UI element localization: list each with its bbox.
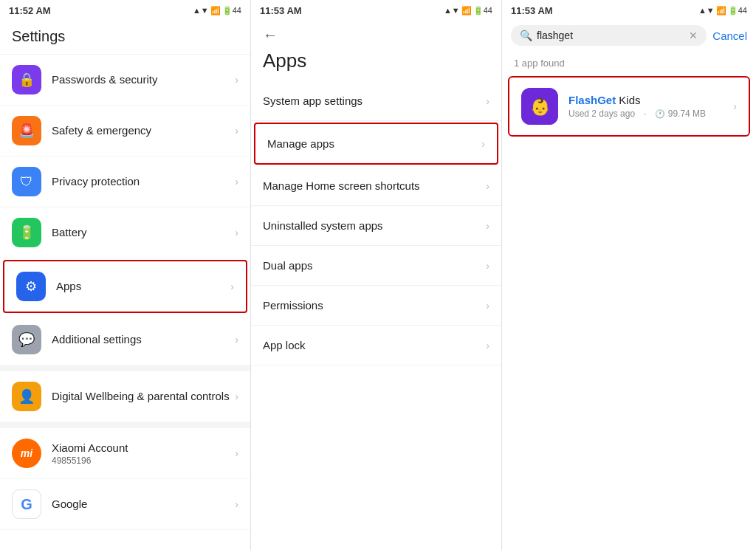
privacy-label: Privacy protection <box>52 174 235 189</box>
apps-panel: 11:53 AM ▲▼ 📶 🔋44 ← Apps System app sett… <box>251 0 502 550</box>
chevron-manage-apps: › <box>481 138 485 150</box>
chevron-battery: › <box>235 227 238 238</box>
privacy-icon: 🛡 <box>12 167 41 196</box>
chevron-additional: › <box>235 334 238 346</box>
app-size-meta: 🕐 99.74 MB <box>655 109 706 119</box>
sidebar-item-xiaomi[interactable]: mi Xiaomi Account 49855196 › <box>0 428 250 479</box>
status-icons-2: ▲▼ 📶 🔋44 <box>444 6 492 16</box>
search-clear-button[interactable]: ✕ <box>689 30 698 41</box>
sidebar-item-privacy[interactable]: 🛡 Privacy protection › <box>0 157 250 207</box>
app-result-card-flashget[interactable]: 👶 FlashGet Kids Used 2 days ago · 🕐 99.7… <box>508 76 750 137</box>
cancel-button[interactable]: Cancel <box>712 30 747 42</box>
sidebar-item-battery[interactable]: 🔋 Battery › <box>0 207 250 258</box>
status-bar-1: 11:52 AM ▲▼ 📶 🔋44 <box>0 0 250 21</box>
xiaomi-label: Xiaomi Account <box>52 441 235 456</box>
signal-icon-2: ▲▼ <box>444 6 460 15</box>
chevron-google: › <box>235 498 238 510</box>
status-icons-3: ▲▼ 📶 🔋44 <box>698 6 747 16</box>
flashget-icon-svg: 👶 <box>521 88 558 125</box>
safety-label: Safety & emergency <box>52 123 235 138</box>
chevron-xiaomi: › <box>235 447 238 459</box>
status-icons-1: ▲▼ 📶 🔋44 <box>193 6 241 16</box>
menu-item-system-app-settings[interactable]: System app settings › <box>251 81 501 121</box>
back-button[interactable]: ← <box>263 27 278 44</box>
menu-item-dual-apps[interactable]: Dual apps › <box>251 246 501 286</box>
time-1: 11:52 AM <box>9 5 51 16</box>
app-name-rest: Kids <box>616 94 640 106</box>
chevron-digital: › <box>235 391 238 402</box>
dual-apps-label: Dual apps <box>263 259 486 272</box>
chevron-passwords: › <box>235 74 238 86</box>
search-bar-row: 🔍 ✕ Cancel <box>502 21 756 52</box>
signal-icon-3: ▲▼ <box>698 6 715 15</box>
search-icon: 🔍 <box>520 30 532 41</box>
system-app-settings-label: System app settings <box>263 94 486 107</box>
safety-icon: 🚨 <box>12 116 41 145</box>
manage-home-label: Manage Home screen shortcuts <box>263 179 486 192</box>
app-result-meta: Used 2 days ago · 🕐 99.74 MB <box>568 109 733 119</box>
wifi-icon-1: 📶 <box>210 6 221 16</box>
chevron-permissions: › <box>486 300 489 312</box>
xiaomi-sub: 49855196 <box>52 456 235 466</box>
menu-item-permissions[interactable]: Permissions › <box>251 286 501 326</box>
permissions-label: Permissions <box>263 299 486 312</box>
battery-icon-2: 🔋44 <box>473 6 492 16</box>
chevron-safety: › <box>235 125 238 137</box>
app-lock-label: App lock <box>263 339 486 351</box>
chevron-app-lock: › <box>486 340 489 351</box>
chevron-dual-apps: › <box>486 260 489 272</box>
meta-separator: · <box>644 109 646 119</box>
additional-label: Additional settings <box>52 332 235 347</box>
sidebar-item-passwords[interactable]: 🔒 Passwords & security › <box>0 55 250 106</box>
status-bar-3: 11:53 AM ▲▼ 📶 🔋44 <box>502 0 756 21</box>
search-result-count: 1 app found <box>502 52 756 73</box>
battery-icon-3: 🔋44 <box>728 6 747 16</box>
search-input[interactable] <box>537 30 684 41</box>
time-3: 11:53 AM <box>511 5 553 16</box>
menu-item-uninstalled[interactable]: Uninstalled system apps › <box>251 206 501 246</box>
additional-icon: 💬 <box>12 325 41 354</box>
chevron-manage-home: › <box>486 180 489 192</box>
divider-2 <box>0 422 250 428</box>
divider-1 <box>0 365 250 371</box>
search-panel: 11:53 AM ▲▼ 📶 🔋44 🔍 ✕ Cancel 1 app found <box>502 0 756 550</box>
status-bar-2: 11:53 AM ▲▼ 📶 🔋44 <box>251 0 501 21</box>
passwords-icon: 🔒 <box>12 65 41 94</box>
sidebar-item-safety[interactable]: 🚨 Safety & emergency › <box>0 106 250 157</box>
google-label: Google <box>52 497 235 512</box>
sidebar-item-digital[interactable]: 👤 Digital Wellbeing & parental controls … <box>0 371 250 422</box>
apps-menu-list: System app settings › Manage apps › Mana… <box>251 81 501 550</box>
search-input-wrap[interactable]: 🔍 ✕ <box>511 25 707 46</box>
battery-icon-1: 🔋44 <box>222 6 241 16</box>
xiaomi-icon: mi <box>12 439 41 468</box>
google-icon: G <box>12 489 41 519</box>
flashget-app-icon: 👶 <box>521 88 558 125</box>
settings-title: Settings <box>0 21 250 55</box>
sidebar-item-additional[interactable]: 💬 Additional settings › <box>0 314 250 365</box>
chevron-apps: › <box>230 281 234 292</box>
menu-item-app-lock[interactable]: App lock › <box>251 326 501 365</box>
chevron-app-result: › <box>733 100 737 112</box>
wifi-icon-2: 📶 <box>461 6 472 16</box>
apps-panel-title: Apps <box>251 47 501 81</box>
chevron-system-app: › <box>486 95 489 107</box>
menu-item-manage-apps[interactable]: Manage apps › <box>254 123 498 165</box>
apps-header: ← <box>251 21 501 47</box>
app-name-highlight: FlashGet <box>568 94 616 106</box>
battery-menu-icon: 🔋 <box>12 218 41 247</box>
apps-label: Apps <box>56 279 230 294</box>
app-result-info: FlashGet Kids Used 2 days ago · 🕐 99.74 … <box>568 94 733 119</box>
sidebar-item-apps[interactable]: ⚙ Apps › <box>3 260 247 313</box>
svg-text:👶: 👶 <box>530 97 551 117</box>
sidebar-item-google[interactable]: G Google › <box>0 479 250 530</box>
battery-label: Battery <box>52 225 235 240</box>
menu-item-manage-home[interactable]: Manage Home screen shortcuts › <box>251 166 501 206</box>
apps-icon: ⚙ <box>16 272 46 301</box>
signal-icon-1: ▲▼ <box>193 6 209 15</box>
app-used-meta: Used 2 days ago <box>568 109 635 119</box>
digital-icon: 👤 <box>12 382 41 411</box>
time-2: 11:53 AM <box>260 5 302 16</box>
app-result-name: FlashGet Kids <box>568 94 733 106</box>
chevron-privacy: › <box>235 176 238 188</box>
passwords-label: Passwords & security <box>52 72 235 87</box>
